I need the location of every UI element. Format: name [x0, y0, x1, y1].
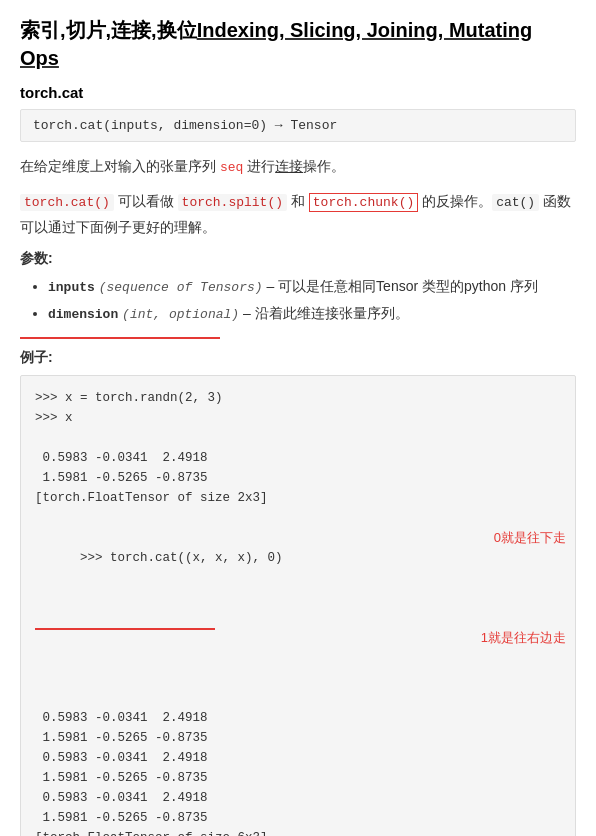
- cat-call-0: >>> torch.cat((x, x, x), 0): [80, 551, 283, 565]
- code-line-11: 1.5981 -0.5265 -0.8735: [35, 728, 561, 748]
- comment-0-down: 0就是往下走: [494, 528, 566, 549]
- params-title: 参数:: [20, 250, 576, 268]
- code-line-3: [35, 428, 561, 448]
- code-line-8: >>> torch.cat((x, x, x), 0) 0就是往下走: [35, 528, 561, 628]
- code-line-10: 0.5983 -0.0341 2.4918: [35, 708, 561, 728]
- desc2-code4: cat(): [492, 194, 539, 211]
- seq-code: seq: [220, 160, 243, 175]
- example-title: 例子:: [20, 349, 576, 367]
- code-line-15: 1.5981 -0.5265 -0.8735: [35, 808, 561, 828]
- code-line-6: [torch.FloatTensor of size 2x3]: [35, 488, 561, 508]
- param-list: inputs (sequence of Tensors) – 可以是任意相同Te…: [20, 274, 576, 327]
- red-underline-decoration: [20, 337, 220, 339]
- desc2-code1: torch.cat(): [20, 194, 114, 211]
- desc1-before: 在给定维度上对输入的张量序列: [20, 158, 220, 174]
- page-title: 索引,切片,连接,换位Indexing, Slicing, Joining, M…: [20, 16, 576, 72]
- desc2-mid1: 可以看做: [114, 193, 178, 209]
- desc1-end: 操作。: [303, 158, 345, 174]
- code-line-13: 1.5981 -0.5265 -0.8735: [35, 768, 561, 788]
- page-container: 索引,切片,连接,换位Indexing, Slicing, Joining, M…: [20, 16, 576, 836]
- desc2-mid2: 和: [287, 193, 309, 209]
- code-line-1: >>> x = torch.randn(2, 3): [35, 388, 561, 408]
- title-zh: 索引,切片,连接,换位: [20, 19, 197, 41]
- section-name: torch.cat: [20, 84, 576, 101]
- desc1-after: 进行: [243, 158, 275, 174]
- code-signature: torch.cat(inputs, dimension=0) → Tensor: [20, 109, 576, 142]
- desc1-link: 连接: [275, 158, 303, 174]
- signature-text: torch.cat(inputs, dimension=0) → Tensor: [33, 118, 337, 133]
- code-line-14: 0.5983 -0.0341 2.4918: [35, 788, 561, 808]
- code-line-12: 0.5983 -0.0341 2.4918: [35, 748, 561, 768]
- code-line-4: 0.5983 -0.0341 2.4918: [35, 448, 561, 468]
- code-line-9: 1就是往右边走: [35, 628, 561, 708]
- param-inputs: inputs (sequence of Tensors) – 可以是任意相同Te…: [48, 274, 576, 299]
- desc2-code3: torch.chunk(): [309, 193, 418, 212]
- code-line-7: [35, 508, 561, 528]
- desc2-mid3: 的反操作。: [418, 193, 492, 209]
- comment-1-right: 1就是往右边走: [481, 628, 566, 649]
- code-line-2: >>> x: [35, 408, 561, 428]
- code-line-16: [torch.FloatTensor of size 6x3]: [35, 828, 561, 836]
- description-2: torch.cat() 可以看做 torch.split() 和 torch.c…: [20, 189, 576, 240]
- desc2-code2: torch.split(): [178, 194, 287, 211]
- code-line-5: 1.5981 -0.5265 -0.8735: [35, 468, 561, 488]
- description-1: 在给定维度上对输入的张量序列 seq 进行连接操作。: [20, 154, 576, 179]
- code-block: >>> x = torch.randn(2, 3) >>> x 0.5983 -…: [20, 375, 576, 836]
- param-dimension: dimension (int, optional) – 沿着此维连接张量序列。: [48, 301, 576, 326]
